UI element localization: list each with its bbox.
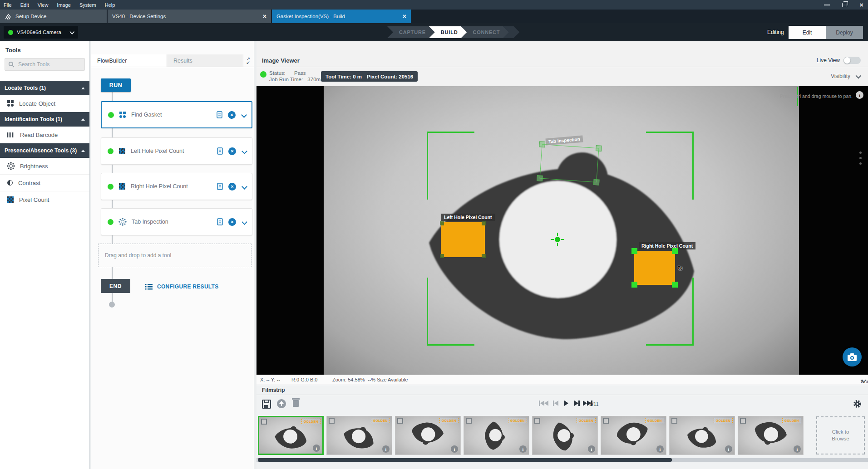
chevron-down-icon[interactable] bbox=[242, 184, 247, 190]
thumbnail-checkbox[interactable] bbox=[740, 418, 746, 424]
remove-node-icon[interactable]: × bbox=[228, 111, 236, 119]
visibility-dropdown[interactable]: Visibility bbox=[831, 73, 860, 79]
drop-zone[interactable]: Drag and drop to add a tool bbox=[98, 244, 252, 267]
info-icon[interactable]: i bbox=[588, 445, 595, 453]
info-icon[interactable]: i bbox=[725, 445, 732, 453]
menu-edit[interactable]: Edit bbox=[20, 2, 29, 8]
thumbnail-5[interactable]: GOLDEN i bbox=[532, 416, 598, 455]
remove-node-icon[interactable]: × bbox=[228, 183, 236, 191]
tool-item-locate-object[interactable]: Locate Object bbox=[0, 95, 89, 112]
info-icon[interactable]: i bbox=[382, 445, 390, 453]
thumbnail-checkbox[interactable] bbox=[534, 418, 540, 424]
document-icon[interactable] bbox=[217, 183, 223, 190]
info-icon[interactable]: i bbox=[856, 91, 863, 99]
tool-item-read-barcode[interactable]: Read Barcode bbox=[0, 127, 89, 143]
tab-flowbuilder[interactable]: FlowBuilder bbox=[91, 54, 167, 67]
next-frame-button[interactable] bbox=[574, 401, 580, 406]
remove-node-icon[interactable]: × bbox=[228, 218, 236, 226]
thumbnail-8[interactable]: GOLDEN i bbox=[738, 416, 804, 455]
info-icon[interactable]: i bbox=[313, 445, 320, 452]
thumbnail-1[interactable]: GOLDEN i bbox=[258, 416, 324, 455]
thumbnail-7[interactable]: GOLDEN i bbox=[669, 416, 735, 455]
play-button[interactable] bbox=[564, 401, 568, 406]
remove-node-icon[interactable]: × bbox=[228, 147, 236, 155]
left-hole-roi[interactable] bbox=[441, 222, 485, 257]
thumbnail-3[interactable]: GOLDEN i bbox=[395, 416, 461, 455]
section-locate-tools[interactable]: Locate Tools (1) bbox=[0, 81, 89, 95]
tab-results[interactable]: Results bbox=[167, 54, 243, 67]
expand-panel-icon[interactable]: ↗↙ bbox=[247, 57, 250, 64]
chevron-down-icon[interactable] bbox=[242, 219, 247, 225]
step-connect[interactable]: CONNECT bbox=[461, 26, 509, 38]
configure-results-link[interactable]: CONFIGURE RESULTS bbox=[145, 283, 219, 290]
menu-view[interactable]: View bbox=[38, 2, 49, 8]
flow-node-right-hole-pixel-count[interactable]: Right Hole Pixel Count × bbox=[101, 173, 252, 200]
run-button[interactable]: RUN bbox=[101, 78, 131, 92]
left-hole-roi-label[interactable]: Left Hole Pixel Count bbox=[441, 214, 495, 221]
flow-node-tab-inspection[interactable]: Tab Inspection × bbox=[101, 208, 252, 235]
menu-system[interactable]: System bbox=[79, 2, 96, 8]
edit-button[interactable]: Edit bbox=[789, 26, 826, 39]
filmstrip-scrollbar[interactable] bbox=[258, 458, 672, 462]
resize-handle[interactable] bbox=[672, 248, 678, 254]
capture-image-button[interactable] bbox=[843, 347, 862, 366]
close-tab-icon[interactable]: × bbox=[258, 13, 266, 20]
menu-help[interactable]: Help bbox=[105, 2, 115, 8]
end-button[interactable]: END bbox=[101, 279, 130, 293]
tools-search[interactable] bbox=[5, 58, 85, 71]
tab-device-settings[interactable]: VS40 - Device Settings × bbox=[108, 10, 271, 23]
chevron-down-icon[interactable] bbox=[241, 112, 247, 118]
section-identification-tools[interactable]: Identification Tools (1) bbox=[0, 112, 89, 127]
info-icon[interactable]: i bbox=[656, 445, 664, 453]
previous-frame-button[interactable] bbox=[553, 401, 558, 406]
resize-handle[interactable] bbox=[631, 248, 637, 254]
image-canvas[interactable]: Tab Inspection Left Hole Pixel Count Rig… bbox=[256, 86, 868, 375]
resize-handle[interactable] bbox=[672, 282, 678, 288]
minimize-icon[interactable] bbox=[824, 5, 830, 5]
thumbnail-checkbox[interactable] bbox=[397, 418, 403, 424]
thumbnail-checkbox[interactable] bbox=[261, 419, 267, 425]
camera-selector[interactable]: VS406e6d Camera bbox=[4, 26, 78, 39]
right-hole-roi[interactable] bbox=[634, 251, 675, 285]
thumbnail-checkbox[interactable] bbox=[671, 418, 677, 424]
thumbnail-6[interactable]: GOLDEN i bbox=[601, 416, 666, 455]
menu-image[interactable]: Image bbox=[57, 2, 71, 8]
step-capture[interactable]: CAPTURE bbox=[387, 26, 435, 38]
close-window-icon[interactable]: × bbox=[859, 1, 863, 8]
flow-node-left-hole-pixel-count[interactable]: Left Hole Pixel Count × bbox=[101, 137, 252, 165]
close-tab-icon[interactable]: × bbox=[398, 13, 406, 20]
flow-node-find-gasket[interactable]: Find Gasket × bbox=[101, 101, 252, 128]
skip-first-button[interactable] bbox=[539, 401, 548, 406]
document-icon[interactable] bbox=[217, 147, 223, 155]
gear-icon[interactable] bbox=[853, 400, 862, 410]
thumbnail-checkbox[interactable] bbox=[466, 418, 472, 424]
chevron-down-icon[interactable] bbox=[242, 148, 247, 154]
upload-icon[interactable] bbox=[277, 399, 286, 408]
resize-handle[interactable] bbox=[631, 282, 637, 288]
tab-gasket-inspection[interactable]: Gasket Inspection(VS) - Build × bbox=[272, 10, 411, 23]
tool-item-pixel-count[interactable]: Pixel Count bbox=[0, 191, 89, 208]
info-icon[interactable]: i bbox=[794, 445, 801, 453]
tab-setup-device[interactable]: Setup Device bbox=[0, 10, 107, 23]
thumbnail-4[interactable]: GOLDEN i bbox=[464, 416, 529, 455]
right-hole-roi-label[interactable]: Right Hole Pixel Count bbox=[639, 242, 695, 249]
thumbnail-checkbox[interactable] bbox=[603, 418, 609, 424]
restore-icon[interactable] bbox=[842, 3, 847, 7]
save-icon[interactable] bbox=[262, 400, 271, 409]
click-to-browse[interactable]: Click to Browse bbox=[816, 416, 865, 454]
document-icon[interactable] bbox=[217, 111, 222, 118]
trash-icon[interactable] bbox=[293, 400, 299, 407]
info-icon[interactable]: i bbox=[451, 445, 458, 453]
thumbnail-2[interactable]: GOLDEN i bbox=[326, 416, 392, 455]
document-icon[interactable] bbox=[217, 218, 223, 225]
search-input[interactable] bbox=[17, 61, 78, 68]
inspection-image[interactable]: Tab Inspection Left Hole Pixel Count Rig… bbox=[324, 86, 799, 375]
tool-item-contrast[interactable]: Contrast bbox=[0, 175, 89, 191]
section-presence-absence-tools[interactable]: Presence/Absence Tools (3) bbox=[0, 143, 89, 158]
thumbnail-checkbox[interactable] bbox=[329, 418, 335, 424]
live-view-toggle[interactable] bbox=[843, 57, 861, 64]
tab-inspection-roi[interactable] bbox=[540, 144, 599, 183]
info-icon[interactable]: i bbox=[519, 445, 527, 453]
menu-file[interactable]: File bbox=[4, 2, 12, 8]
deploy-button[interactable]: Deploy bbox=[826, 26, 863, 39]
